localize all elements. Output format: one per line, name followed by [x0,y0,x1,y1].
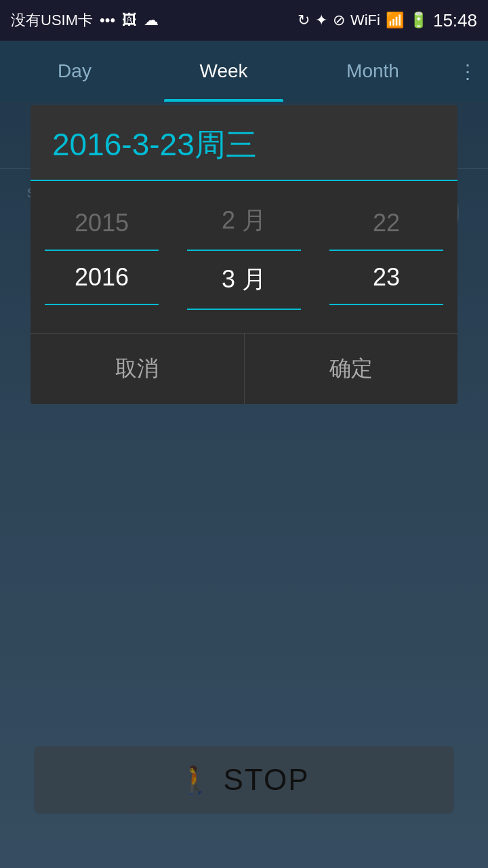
month-bottom-divider [187,309,301,310]
month-picker-column[interactable]: 2 月 3 月 [173,195,315,313]
tab-bar: Day Week Month ⋮ [0,41,488,102]
status-time: 15:48 [433,10,477,31]
mute-icon: ⊘ [333,12,345,29]
status-bar: 没有USIM卡 ••• 🖼 ☁ ↻ ✦ ⊘ WiFi 📶 🔋 15:48 [0,0,488,41]
dialog-overlay: 2016-3-23周三 2015 2016 2 月 3 月 [0,102,488,868]
dialog-buttons: 取消 确定 [30,333,458,404]
cloud-icon: ☁ [144,12,159,29]
month-active-item[interactable]: 3 月 [173,254,315,306]
cancel-button[interactable]: 取消 [30,334,245,404]
refresh-icon: ↻ [298,12,310,29]
day-inactive-item[interactable]: 22 [315,199,458,247]
tab-month-label: Month [346,60,399,82]
tab-week[interactable]: Week [149,41,298,102]
tab-menu-button[interactable]: ⋮ [447,41,488,102]
battery-icon: 🔋 [409,12,428,29]
tab-week-label: Week [199,60,247,82]
dialog-header: 2016-3-23周三 [30,105,458,181]
carrier-dots: ••• [100,12,115,29]
confirm-button[interactable]: 确定 [245,334,458,404]
tab-day[interactable]: Day [0,41,149,102]
status-left: 没有USIM卡 ••• 🖼 ☁ [11,10,159,31]
carrier-text: 没有USIM卡 [11,10,93,31]
main-area: 20 Mar - 26 Mar steps 👣 0 2016-3-23周三 20… [0,102,488,868]
day-top-divider [329,250,443,251]
day-bottom-divider [329,304,443,305]
day-active-item[interactable]: 23 [315,254,458,301]
month-top-divider [187,250,301,251]
photo-icon: 🖼 [122,12,137,29]
tab-day-label: Day [58,60,92,82]
signal-icon: 📶 [386,12,404,29]
date-picker-dialog: 2016-3-23周三 2015 2016 2 月 3 月 [30,105,458,404]
bluetooth-icon: ✦ [315,12,327,29]
year-bottom-divider [45,304,159,305]
selected-date-display: 2016-3-23周三 [52,124,436,166]
year-inactive-item[interactable]: 2015 [30,199,173,247]
year-top-divider [45,250,159,251]
month-inactive-item[interactable]: 2 月 [173,195,315,247]
day-picker-column[interactable]: 22 23 [315,199,458,308]
picker-area[interactable]: 2015 2016 2 月 3 月 22 23 [30,181,458,333]
status-right: ↻ ✦ ⊘ WiFi 📶 🔋 15:48 [298,10,477,31]
year-active-item[interactable]: 2016 [30,254,173,301]
wifi-icon: WiFi [350,12,380,29]
menu-dots-icon: ⋮ [458,60,477,83]
tab-month[interactable]: Month [298,41,447,102]
year-picker-column[interactable]: 2015 2016 [30,199,173,308]
